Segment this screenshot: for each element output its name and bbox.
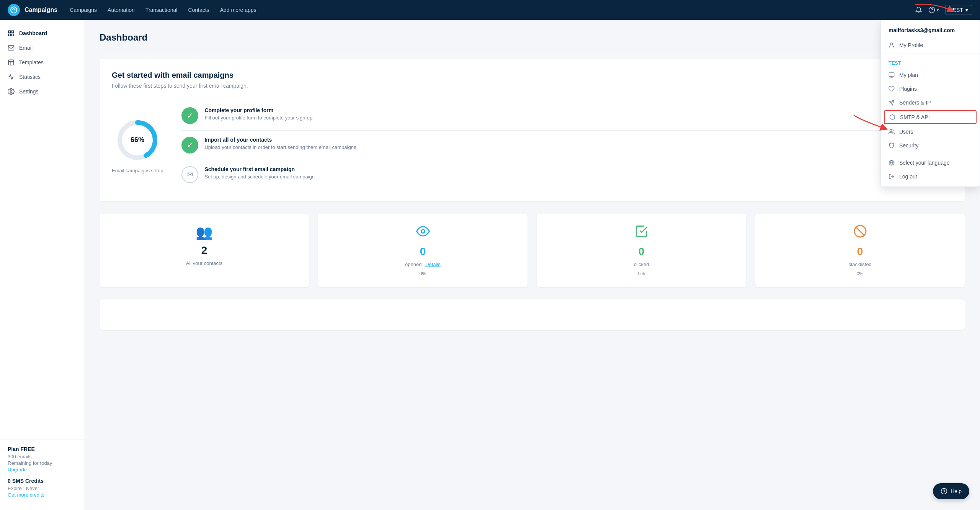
help-button-label: Help	[951, 488, 962, 494]
step-title-2: Import all of your contacts	[204, 137, 356, 143]
dropdown-item-plugins[interactable]: Plugins	[881, 82, 980, 96]
plan-remaining: Remaining for today	[8, 460, 76, 466]
sidebar-item-dashboard[interactable]: Dashboard	[0, 26, 84, 41]
app-logo	[8, 4, 20, 16]
step-text-2: Import all of your contacts Upload your …	[204, 137, 356, 150]
svg-rect-8	[8, 60, 14, 65]
stat-card-contacts: 👥 2 All your contacts	[100, 214, 309, 287]
dropdown-item-users[interactable]: Users	[881, 125, 980, 139]
svg-rect-4	[12, 31, 14, 33]
smtp-icon	[889, 114, 895, 120]
user-dropdown-menu: mailfortasks3@gmail.com My Profile TEST …	[880, 20, 980, 187]
progress-donut: 66%	[114, 117, 160, 163]
dropdown-item-smtp-api[interactable]: SMTP & API	[884, 110, 977, 124]
opened-label: opened Details	[405, 262, 441, 267]
upgrade-link[interactable]: Upgrade	[8, 467, 27, 472]
stat-card-blacklisted: 0 blacklisted 0%	[755, 214, 965, 287]
contacts-label: All your contacts	[186, 260, 222, 266]
step-icon-pending-3: ✉	[181, 166, 198, 183]
nav-link-transactional[interactable]: Transactional	[145, 7, 178, 13]
svg-rect-5	[12, 34, 14, 36]
dropdown-label-users: Users	[899, 129, 913, 135]
blacklisted-value: 0	[857, 245, 863, 258]
get-more-credits-link[interactable]: Get more credits	[8, 492, 44, 498]
step-sub-1: Fill out your profile form to complete y…	[204, 115, 312, 121]
dropdown-label-smtp-api: SMTP & API	[900, 114, 930, 120]
opened-icon	[416, 224, 430, 242]
step-title-1: Complete your profile form	[204, 107, 312, 113]
dropdown-label-security: Security	[899, 142, 919, 149]
opened-details-link[interactable]: Details	[425, 262, 441, 267]
notifications-button[interactable]	[915, 7, 922, 13]
step-icon-done-2: ✓	[181, 137, 198, 154]
svg-point-13	[421, 230, 425, 233]
nav-link-automation[interactable]: Automation	[108, 7, 135, 13]
stat-card-opened: 0 opened Details 0%	[318, 214, 528, 287]
user-menu-button[interactable]: TEST ▾	[945, 5, 972, 15]
plan-name: Plan FREE	[8, 446, 76, 452]
svg-line-15	[856, 227, 864, 235]
svg-rect-17	[889, 73, 894, 76]
user-menu-chevron: ▾	[965, 7, 968, 13]
svg-point-16	[890, 43, 892, 45]
help-button[interactable]: Help	[933, 483, 969, 499]
dropdown-item-language[interactable]: Select your language	[881, 156, 980, 170]
dropdown-item-my-profile[interactable]: My Profile	[881, 38, 980, 52]
sidebar-item-settings[interactable]: Settings	[0, 84, 84, 99]
clicked-label: clicked	[634, 262, 649, 267]
setup-card-title: Get started with email campaigns	[112, 71, 952, 80]
sidebar-plan-section: Plan FREE 300 emails Remaining for today…	[0, 440, 84, 504]
step-sub-2: Upload your contacts in order to start s…	[204, 144, 356, 150]
additional-card	[100, 299, 965, 330]
topnav-links: Campaigns Automation Transactional Conta…	[70, 7, 915, 13]
plugin-icon	[889, 86, 895, 92]
help-circle-icon	[941, 488, 947, 495]
statistics-icon	[8, 74, 15, 80]
sms-expire: Expire : Never	[8, 485, 76, 491]
sidebar-label-email: Email	[19, 45, 33, 51]
donut-wrapper: 66% Email campaigns setup	[112, 117, 163, 173]
donut-label: Email campaigns setup	[112, 168, 163, 173]
dropdown-item-security[interactable]: Security	[881, 139, 980, 152]
users-icon	[889, 129, 895, 135]
step-item-3: ✉ Schedule your first email campaign Set…	[181, 160, 952, 189]
dropdown-item-logout[interactable]: Log out	[881, 170, 980, 183]
dropdown-divider-1	[881, 54, 980, 54]
blacklisted-label: blacklisted	[848, 262, 872, 267]
sidebar-item-email[interactable]: Email	[0, 41, 84, 55]
sidebar-label-templates: Templates	[19, 59, 44, 65]
main-content: Dashboard Get started with email campaig…	[84, 20, 980, 510]
step-icon-done-1: ✓	[181, 107, 198, 124]
step-text-3: Schedule your first email campaign Set u…	[204, 166, 315, 180]
steps-list: ✓ Complete your profile form Fill out yo…	[181, 101, 952, 189]
top-navigation: Campaigns Campaigns Automation Transacti…	[0, 0, 980, 20]
app-layout: Dashboard Email Templates Statistics Set…	[0, 20, 980, 510]
person-icon	[889, 42, 895, 48]
setup-inner: 66% Email campaigns setup ✓ Complete you…	[112, 101, 952, 189]
nav-link-contacts[interactable]: Contacts	[188, 7, 209, 13]
plan-icon	[889, 72, 895, 78]
clicked-value: 0	[639, 245, 645, 258]
dropdown-item-senders-ip[interactable]: Senders & IP	[881, 96, 980, 110]
dropdown-item-my-plan[interactable]: My plan	[881, 68, 980, 82]
page-title: Dashboard	[100, 32, 965, 49]
sidebar-item-templates[interactable]: Templates	[0, 55, 84, 70]
user-menu-label: TEST	[949, 7, 963, 13]
nav-link-add-apps[interactable]: Add more apps	[220, 7, 256, 13]
step-sub-3: Set up, design and schedule your email c…	[204, 174, 315, 180]
dropdown-section-title: TEST	[881, 56, 980, 68]
setup-card-subtitle: Follow these first steps to send your fi…	[112, 83, 952, 89]
clicked-sub: 0%	[638, 271, 645, 276]
svg-point-9	[10, 91, 12, 93]
stats-row: 👥 2 All your contacts 0 opened Details 0…	[100, 214, 965, 287]
email-icon	[8, 44, 15, 51]
help-icon-button[interactable]: ▾	[928, 7, 939, 13]
svg-text:66%: 66%	[131, 136, 144, 144]
nav-link-campaigns[interactable]: Campaigns	[70, 7, 97, 13]
svg-rect-7	[8, 46, 14, 50]
step-title-3: Schedule your first email campaign	[204, 166, 315, 172]
topnav-right: ▾ TEST ▾	[915, 5, 972, 15]
sidebar-label-settings: Settings	[19, 88, 39, 95]
dropdown-divider-2	[881, 154, 980, 154]
sidebar-item-statistics[interactable]: Statistics	[0, 70, 84, 84]
